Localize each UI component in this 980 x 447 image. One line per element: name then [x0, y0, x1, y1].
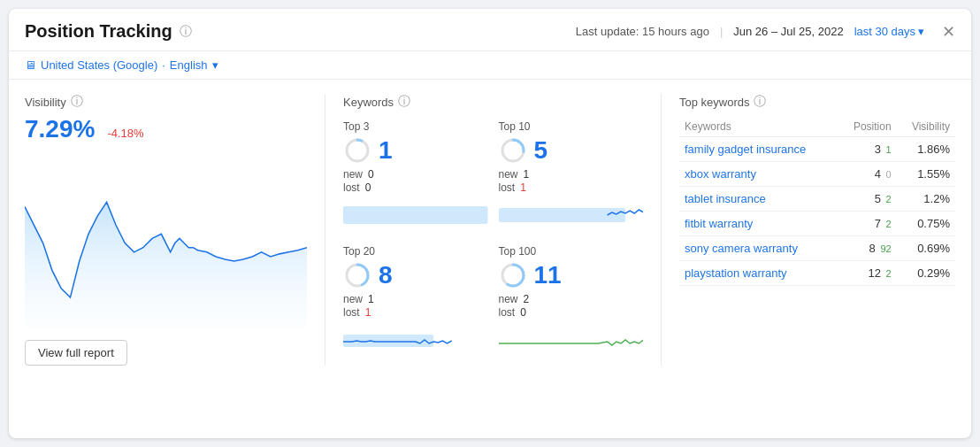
position-cell: 8 92 [838, 236, 897, 261]
monitor-icon: 🖥 [25, 58, 36, 72]
top10-title: Top 10 [499, 120, 644, 133]
position-cell: 12 2 [838, 261, 897, 286]
svg-rect-5 [499, 208, 625, 222]
keywords-info-icon[interactable]: ⓘ [398, 94, 410, 110]
visibility-value: 7.29% [25, 115, 95, 143]
top100-sub: new2 lost0 [499, 293, 644, 319]
top100-main: 11 [499, 261, 644, 289]
visibility-cell: 0.69% [897, 236, 955, 261]
visibility-change: -4.18% [107, 127, 143, 140]
card-header: Position Tracking ⓘ Last update: 15 hour… [9, 9, 971, 51]
position-cell: 5 2 [838, 187, 897, 212]
position-cell: 7 2 [838, 212, 897, 236]
visibility-cell: 1.55% [897, 162, 955, 187]
top3-number: 1 [379, 138, 393, 163]
keyword-box-top100: Top 100 11 new2 lost0 [499, 245, 644, 359]
keyword-box-top3: Top 3 1 new0 lost0 [343, 120, 488, 235]
visibility-info-icon[interactable]: ⓘ [71, 94, 83, 110]
position-cell: 4 0 [838, 162, 897, 187]
keyword-cell[interactable]: tablet insurance [679, 187, 838, 212]
language-text: English [170, 58, 208, 72]
position-tracking-card: Position Tracking ⓘ Last update: 15 hour… [9, 9, 971, 438]
table-row: tablet insurance5 21.2% [679, 187, 955, 212]
visibility-cell: 0.75% [897, 212, 955, 236]
col-position: Position [838, 117, 897, 137]
keyword-box-top20: Top 20 8 new1 lost1 [343, 245, 488, 359]
top-keywords-title: Top keywords ⓘ [679, 94, 955, 110]
top100-title: Top 100 [499, 245, 644, 258]
top3-sub: new0 lost0 [343, 168, 488, 194]
col-keywords: Keywords [679, 117, 838, 137]
visibility-cell: 1.2% [897, 187, 955, 212]
table-row: playstation warranty12 20.29% [679, 261, 955, 286]
keyword-box-top10: Top 10 5 new1 lost1 [499, 120, 644, 235]
table-row: sony camera warranty8 920.69% [679, 236, 955, 261]
keyword-cell[interactable]: sony camera warranty [679, 236, 838, 261]
top100-number: 11 [534, 263, 562, 288]
header-left: Position Tracking ⓘ [25, 21, 192, 42]
keyword-cell[interactable]: playstation warranty [679, 261, 838, 286]
last-update-text: Last update: 15 hours ago [576, 25, 709, 38]
visibility-chart [25, 152, 307, 329]
position-cell: 3 1 [838, 137, 897, 162]
top10-main: 5 [499, 136, 644, 165]
title-info-icon[interactable]: ⓘ [180, 24, 192, 40]
svg-point-0 [347, 140, 368, 161]
card-body: Visibility ⓘ 7.29% -4.18% [9, 80, 971, 380]
view-full-report-button[interactable]: View full report [25, 340, 127, 366]
top3-main: 1 [343, 136, 488, 165]
header-right: Last update: 15 hours ago | Jun 26 – Jul… [576, 22, 955, 42]
top10-number: 5 [534, 138, 548, 163]
visibility-panel: Visibility ⓘ 7.29% -4.18% [25, 94, 325, 366]
page-title: Position Tracking [25, 21, 172, 42]
dot-separator: · [162, 58, 165, 72]
top-keywords-table: Keywords Position Visibility family gadg… [679, 117, 955, 286]
last-days-button[interactable]: last 30 days ▾ [854, 25, 924, 38]
chevron-down-icon: ▾ [918, 25, 924, 38]
keywords-grid: Top 3 1 new0 lost0 [343, 120, 643, 359]
date-range-text: Jun 26 – Jul 25, 2022 [733, 25, 843, 38]
header-divider: | [720, 25, 723, 38]
top-keywords-info-icon[interactable]: ⓘ [754, 94, 766, 110]
keywords-section-title: Keywords ⓘ [343, 94, 643, 110]
location-text: United States (Google) [41, 58, 157, 72]
keyword-cell[interactable]: family gadget insurance [679, 137, 838, 162]
top20-number: 8 [379, 263, 393, 288]
visibility-cell: 1.86% [897, 137, 955, 162]
top20-sub: new1 lost1 [343, 293, 488, 319]
table-row: family gadget insurance3 11.86% [679, 137, 955, 162]
keyword-cell[interactable]: fitbit warranty [679, 212, 838, 236]
keyword-cell[interactable]: xbox warranty [679, 162, 838, 187]
top20-title: Top 20 [343, 245, 488, 258]
visibility-value-row: 7.29% -4.18% [25, 115, 307, 143]
col-visibility: Visibility [897, 117, 955, 137]
top20-main: 8 [343, 261, 488, 289]
keywords-panel: Keywords ⓘ Top 3 1 new0 [325, 94, 662, 366]
top3-title: Top 3 [343, 120, 488, 133]
top10-sub: new1 lost1 [499, 168, 644, 194]
visibility-cell: 0.29% [897, 261, 955, 286]
table-header-row: Keywords Position Visibility [679, 117, 955, 137]
svg-rect-2 [343, 206, 488, 224]
location-subheader[interactable]: 🖥 United States (Google) · English ▾ [9, 51, 971, 80]
language-chevron-icon: ▾ [212, 58, 218, 72]
table-row: fitbit warranty7 20.75% [679, 212, 955, 236]
table-row: xbox warranty4 01.55% [679, 162, 955, 187]
top-keywords-panel: Top keywords ⓘ Keywords Position Visibil… [662, 94, 955, 366]
close-button[interactable]: ✕ [942, 22, 955, 42]
visibility-section-title: Visibility ⓘ [25, 94, 307, 110]
